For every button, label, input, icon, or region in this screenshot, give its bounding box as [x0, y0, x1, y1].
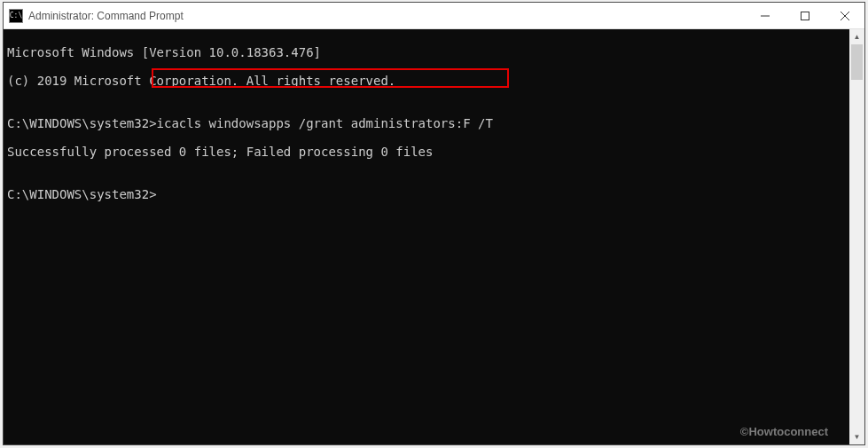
scroll-thumb[interactable]	[851, 44, 863, 80]
window-controls	[745, 3, 864, 28]
terminal-line: C:\WINDOWS\system32>icacls windowsapps /…	[7, 116, 846, 130]
terminal-line: Microsoft Windows [Version 10.0.18363.47…	[7, 45, 846, 59]
maximize-button[interactable]	[785, 3, 825, 28]
minimize-icon	[761, 12, 770, 20]
entered-command: icacls windowsapps /grant administrators…	[157, 116, 493, 130]
terminal-line: Successfully processed 0 files; Failed p…	[7, 145, 846, 159]
window-title: Administrator: Command Prompt	[28, 10, 745, 22]
minimize-button[interactable]	[745, 3, 785, 28]
scroll-up-arrow[interactable]: ▲	[849, 29, 864, 44]
vertical-scrollbar[interactable]: ▲ ▼	[849, 29, 864, 444]
prompt-prefix: C:\WINDOWS\system32>	[7, 116, 157, 130]
close-button[interactable]	[825, 3, 864, 28]
maximize-icon	[801, 12, 809, 20]
cmd-icon: C:\	[9, 9, 23, 23]
scroll-track[interactable]	[849, 44, 864, 429]
terminal[interactable]: Microsoft Windows [Version 10.0.18363.47…	[4, 29, 849, 444]
svg-rect-1	[801, 12, 809, 20]
scroll-down-arrow[interactable]: ▼	[849, 429, 864, 444]
watermark: ©Howtoconnect	[740, 425, 828, 439]
close-icon	[841, 12, 849, 20]
titlebar[interactable]: C:\ Administrator: Command Prompt	[4, 3, 864, 29]
terminal-line: C:\WINDOWS\system32>	[7, 187, 846, 201]
terminal-line: (c) 2019 Microsoft Corporation. All righ…	[7, 74, 846, 88]
terminal-wrapper: Microsoft Windows [Version 10.0.18363.47…	[4, 29, 864, 444]
command-prompt-window: C:\ Administrator: Command Prompt Micros…	[3, 2, 865, 445]
